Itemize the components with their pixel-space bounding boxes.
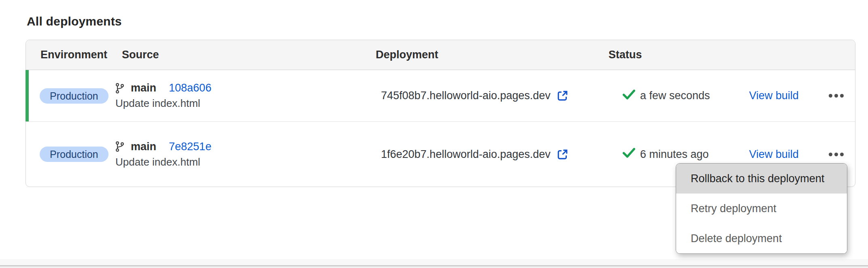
environment-badge: Production xyxy=(40,88,108,104)
git-branch-icon xyxy=(115,83,124,94)
git-branch-icon xyxy=(115,141,124,152)
external-link-icon xyxy=(556,148,569,161)
deployment-url: 1f6e20b7.helloworld-aio.pages.dev xyxy=(381,148,551,161)
check-icon xyxy=(622,147,636,161)
deployment-cell: 1f6e20b7.helloworld-aio.pages.dev xyxy=(381,148,609,161)
menu-item-rollback[interactable]: Rollback to this deployment xyxy=(676,164,847,194)
status-cell: 6 minutes ago xyxy=(609,147,730,161)
column-header-deployment: Deployment xyxy=(376,49,608,61)
source-cell: main 7e8251e Update index.html xyxy=(115,140,381,168)
view-build-link[interactable]: View build xyxy=(749,148,799,161)
branch-name: main xyxy=(131,140,156,153)
ellipsis-menu-icon xyxy=(829,94,844,98)
table-header-row: Environment Source Deployment Status xyxy=(26,40,855,70)
deployment-row: Production main 108a606 Update index.htm… xyxy=(26,70,855,122)
status-time: 6 minutes ago xyxy=(640,148,709,161)
deployment-actions-button[interactable] xyxy=(826,91,846,101)
status-time: a few seconds xyxy=(640,89,710,102)
deployment-url: 745f08b7.helloworld-aio.pages.dev xyxy=(381,89,551,102)
deployment-actions-button[interactable] xyxy=(826,149,846,160)
view-build-link[interactable]: View build xyxy=(749,89,799,102)
ellipsis-menu-icon xyxy=(829,153,844,156)
commit-message: Update index.html xyxy=(115,156,381,168)
status-cell: a few seconds xyxy=(609,89,730,103)
environment-badge: Production xyxy=(40,147,108,162)
check-icon xyxy=(622,89,636,103)
commit-hash-link[interactable]: 108a606 xyxy=(169,82,211,94)
open-deployment-link[interactable] xyxy=(556,148,569,161)
page-title: All deployments xyxy=(27,15,122,28)
commit-message: Update index.html xyxy=(115,97,381,110)
branch-name: main xyxy=(131,82,156,94)
source-cell: main 108a606 Update index.html xyxy=(115,82,381,110)
deployment-actions-menu: Rollback to this deployment Retry deploy… xyxy=(676,163,847,254)
commit-hash-link[interactable]: 7e8251e xyxy=(169,140,211,153)
column-header-environment: Environment xyxy=(40,49,122,61)
column-header-source: Source xyxy=(122,49,376,61)
menu-item-retry[interactable]: Retry deployment xyxy=(676,194,847,223)
menu-item-delete[interactable]: Delete deployment xyxy=(676,223,847,253)
section-divider xyxy=(0,259,868,265)
section-divider xyxy=(0,266,868,268)
column-header-status: Status xyxy=(608,49,855,61)
active-deployment-indicator xyxy=(26,70,29,121)
external-link-icon xyxy=(556,89,569,102)
open-deployment-link[interactable] xyxy=(556,89,569,102)
deployment-cell: 745f08b7.helloworld-aio.pages.dev xyxy=(381,89,609,102)
